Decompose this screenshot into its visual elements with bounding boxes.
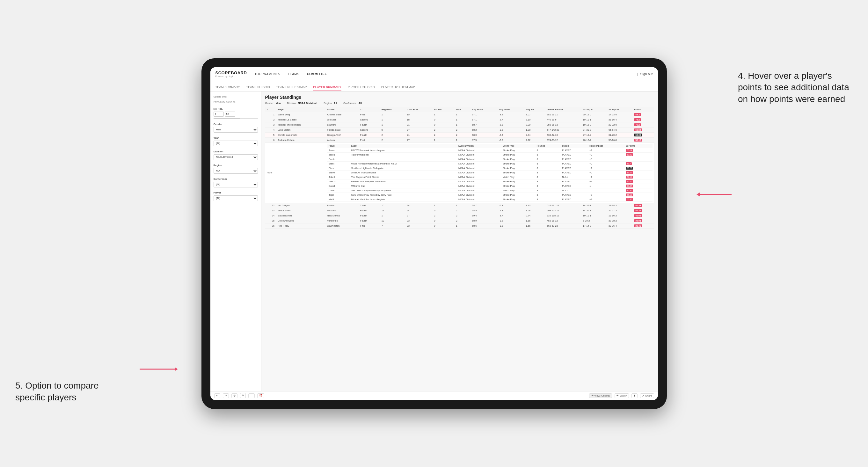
points-badge[interactable]: 70.2 bbox=[634, 123, 641, 126]
w-points-badge[interactable]: 55.64 bbox=[626, 149, 633, 152]
col-avg-sg: Avg SG bbox=[524, 107, 546, 112]
points-badge[interactable]: 68.54 bbox=[634, 128, 642, 131]
no-rds-max-input[interactable] bbox=[225, 112, 235, 117]
points-badge[interactable]: 58.18 bbox=[634, 139, 642, 142]
cell-school: New Mexico bbox=[326, 213, 359, 218]
no-rds-slider[interactable] bbox=[214, 118, 258, 119]
download-button[interactable]: ⬇ bbox=[631, 393, 638, 398]
cell-no-rds: 1 bbox=[433, 137, 455, 143]
event-cell-rounds: 3 bbox=[535, 197, 561, 201]
arrow-right bbox=[696, 185, 735, 204]
table-header: # Player School Yr Reg Rank Conf Rank No… bbox=[265, 107, 654, 112]
event-cell-rounds: 3 bbox=[535, 184, 561, 188]
points-badge[interactable]: 88.2 bbox=[634, 113, 641, 116]
col-conf-rank: Conf Rank bbox=[405, 107, 433, 112]
points-badge[interactable]: 40.02 bbox=[634, 214, 642, 217]
tablet-frame: SCOREBOARD Powered by clippi TOURNAMENTS… bbox=[202, 58, 667, 409]
cell-avg-sg: 1.43 bbox=[524, 203, 546, 208]
cell-avg-to-par: -2.7 bbox=[497, 117, 524, 122]
points-badge[interactable]: 38.49 bbox=[634, 224, 642, 227]
w-points-badge[interactable]: 53.60 bbox=[626, 153, 633, 156]
nav-pipe: | bbox=[637, 72, 638, 76]
cell-adj-score: 68.2 bbox=[470, 127, 497, 132]
division-select[interactable]: NCAA Division I bbox=[214, 154, 258, 160]
view-button[interactable]: 👁 View: Original bbox=[589, 393, 612, 398]
w-points-badge[interactable]: 56.18 bbox=[626, 193, 633, 196]
event-cell-rank-impact: +1 bbox=[588, 197, 624, 201]
cell-player: Luke Claton bbox=[276, 127, 326, 132]
points-badge[interactable]: 40.27 bbox=[634, 209, 642, 212]
cell-points[interactable]: 40.02 bbox=[632, 213, 654, 218]
points-badge[interactable]: 40.58 bbox=[634, 204, 642, 207]
copy-button[interactable]: ⧉ bbox=[240, 393, 246, 398]
w-points-badge-dark[interactable]: 73.23 bbox=[626, 167, 633, 169]
w-points-badge[interactable]: 30.47 bbox=[626, 185, 633, 187]
nav-committee[interactable]: COMMITTEE bbox=[307, 71, 327, 77]
tablet-screen: SCOREBOARD Powered by clippi TOURNAMENTS… bbox=[210, 67, 658, 400]
player-table: # Player School Yr Reg Rank Conf Rank No… bbox=[265, 107, 654, 228]
subnav-team-h2h-heatmap[interactable]: TEAM H2H HEATMAP bbox=[276, 86, 307, 91]
region-label: Region bbox=[214, 164, 258, 167]
nav-tournaments[interactable]: TOURNAMENTS bbox=[254, 71, 280, 77]
settings-button[interactable]: ⚙ bbox=[231, 393, 238, 398]
w-points-badge[interactable]: 66.40 bbox=[626, 198, 633, 201]
w-points-badge[interactable]: 25.30 bbox=[626, 189, 633, 192]
redo-button[interactable]: ↪ bbox=[223, 393, 229, 398]
sign-out-link[interactable]: Sign out bbox=[640, 71, 652, 77]
undo-button[interactable]: ↩ bbox=[214, 393, 220, 398]
year-section: Year (All) bbox=[214, 136, 258, 146]
svg-marker-1 bbox=[696, 192, 700, 196]
year-select[interactable]: (All) bbox=[214, 141, 258, 146]
w-points-badge[interactable]: 16.50 bbox=[626, 180, 633, 183]
clock-button[interactable]: ⏰ bbox=[257, 393, 264, 398]
cell-points[interactable]: 38.49 bbox=[632, 223, 654, 228]
share-button[interactable]: ↗ Share bbox=[640, 393, 654, 398]
subnav-team-h2h-grid[interactable]: TEAM H2H GRID bbox=[246, 86, 270, 91]
cell-points[interactable]: 58.18 bbox=[632, 137, 654, 143]
player-select[interactable]: (All) bbox=[214, 195, 258, 201]
cell-points[interactable]: 88.2 bbox=[632, 112, 654, 117]
table-row-highlighted: 5 Christo Lamprecht Georgia Tech Fourth … bbox=[265, 132, 654, 137]
points-badge[interactable]: 39.95 bbox=[634, 219, 642, 222]
col-school: School bbox=[326, 107, 359, 112]
points-badge[interactable]: 76.2 bbox=[634, 118, 641, 121]
no-rds-min-input[interactable] bbox=[214, 112, 224, 117]
nav-teams[interactable]: TEAMS bbox=[288, 71, 299, 77]
subnav-player-h2h-heatmap[interactable]: PLAYER H2H HEATMAP bbox=[381, 86, 415, 91]
cell-points[interactable]: 76.2 bbox=[632, 117, 654, 122]
event-cell-w-points: 55.64 bbox=[624, 148, 652, 152]
cell-avg-to-par: -1.8 bbox=[497, 223, 524, 228]
cell-points[interactable]: 70.2 bbox=[632, 122, 654, 127]
cell-vs-top25: 10-11-1 bbox=[582, 213, 607, 218]
cell-points[interactable]: 40.27 bbox=[632, 208, 654, 213]
event-cell-w-points bbox=[624, 157, 652, 161]
w-points-badge[interactable]: 24.11 bbox=[626, 176, 633, 179]
conference-select[interactable]: (All) bbox=[214, 182, 258, 187]
table-row: 6 Jackson Kolson Auburn First 2 27 1 1 8… bbox=[265, 137, 654, 143]
cell-wins: 2 bbox=[454, 127, 470, 132]
event-cell-player: Pitch bbox=[327, 166, 350, 170]
cell-conf-rank: 21 bbox=[405, 132, 433, 137]
w-points-badge[interactable]: 37.57 bbox=[626, 171, 633, 174]
event-cell-division: NCAA Division I bbox=[457, 179, 501, 184]
subnav-player-h2h-grid[interactable]: PLAYER H2H GRID bbox=[348, 86, 375, 91]
navbar: SCOREBOARD Powered by clippi TOURNAMENTS… bbox=[210, 67, 658, 81]
subnav-player-summary[interactable]: PLAYER SUMMARY bbox=[313, 86, 342, 91]
cell-num: 5 bbox=[265, 132, 276, 137]
w-points-badge[interactable]: 46.7 bbox=[626, 162, 632, 165]
cell-points[interactable]: 68.54 bbox=[632, 127, 654, 132]
cell-points[interactable]: 60.09 bbox=[632, 132, 654, 137]
event-col-event: Event bbox=[350, 144, 457, 148]
event-cell-event: SEC Match Play hosted by Jerry Pate bbox=[350, 188, 457, 192]
watch-button[interactable]: 👁 Watch bbox=[615, 393, 629, 398]
event-col-w-points: W Points bbox=[624, 144, 652, 148]
cell-points[interactable]: 40.58 bbox=[632, 203, 654, 208]
cell-points[interactable]: 39.95 bbox=[632, 218, 654, 223]
points-badge-hover[interactable]: 60.09 bbox=[634, 133, 642, 136]
cell-vs-top25: 17-14-2 bbox=[582, 223, 607, 228]
filter-gender: Gender: Men bbox=[265, 102, 281, 104]
cell-avg-sg: 1.56 bbox=[524, 223, 546, 228]
subnav-team-summary[interactable]: TEAM SUMMARY bbox=[216, 86, 240, 91]
gender-select[interactable]: Men Women bbox=[214, 127, 258, 133]
region-select[interactable]: N/A bbox=[214, 168, 258, 174]
